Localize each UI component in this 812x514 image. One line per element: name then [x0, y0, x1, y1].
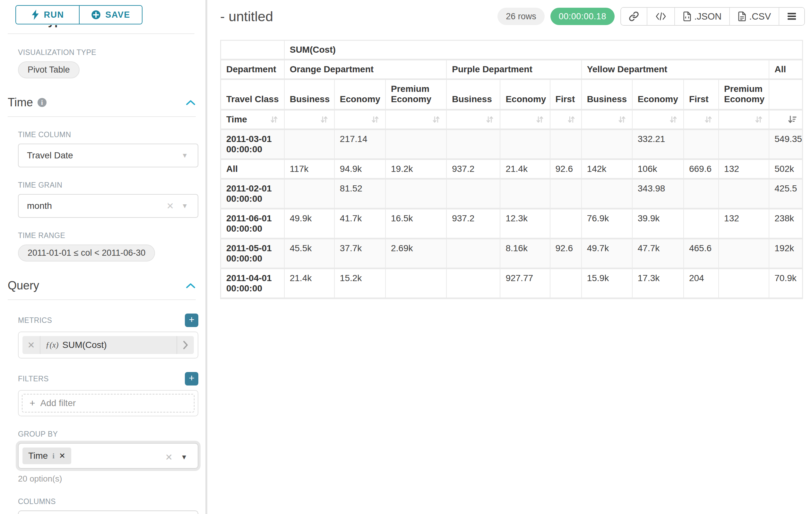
embed-code-button[interactable] — [647, 8, 674, 25]
group-by-select[interactable]: Timei✕ ✕ ▼ — [18, 443, 198, 469]
value-cell: 142k — [582, 159, 632, 179]
value-cell: 81.52 — [335, 179, 385, 209]
add-metric-button[interactable]: + — [185, 314, 198, 327]
time-grain-select[interactable]: month ✕ ▼ — [18, 194, 198, 218]
value-cell — [284, 130, 335, 159]
export-csv-button[interactable]: .CSV — [729, 8, 779, 25]
sort-header-cell — [446, 110, 500, 130]
sort-header-cell — [284, 110, 335, 130]
caret-down-icon: ▼ — [181, 202, 188, 210]
time-column-label: TIME COLUMN — [18, 130, 198, 139]
sort-desc-icon[interactable] — [787, 115, 797, 124]
value-cell — [684, 209, 719, 239]
columns-select[interactable]: Department✕Travel Class✕ ✕ ▼ — [18, 511, 198, 514]
sort-header-cell — [500, 110, 550, 130]
copy-link-button[interactable] — [621, 8, 647, 25]
value-cell — [684, 130, 719, 159]
sort-icon[interactable] — [754, 115, 763, 124]
function-icon: ƒ(x) — [46, 341, 58, 350]
sort-header-cell — [632, 110, 684, 130]
divider — [8, 299, 196, 300]
value-cell — [582, 179, 632, 209]
chevron-up-icon[interactable] — [185, 282, 196, 289]
add-filter-button[interactable]: + Add filter — [22, 394, 195, 412]
value-cell: 937.2 — [446, 209, 500, 239]
metric-chip[interactable]: ✕ ƒ(x) SUM(Cost) — [23, 336, 194, 354]
info-icon: i — [37, 98, 47, 107]
value-cell: 49.9k — [284, 209, 335, 239]
sort-icon[interactable] — [269, 115, 279, 124]
caret-down-icon[interactable]: ▼ — [181, 453, 187, 461]
row-label-cell: 2011-03-01 00:00:00 — [221, 130, 284, 159]
add-filter-plus-button[interactable]: + — [185, 372, 198, 385]
column-header: Premium Economy — [719, 79, 769, 110]
viz-type-chip[interactable]: Pivot Table — [18, 61, 80, 78]
value-cell — [385, 179, 446, 209]
table-row: 2011-06-01 00:00:0049.9k41.7k16.5k937.21… — [221, 209, 803, 239]
value-cell: 37.7k — [335, 239, 385, 269]
export-json-button[interactable]: .JSON — [674, 8, 729, 25]
time-grain-value: month — [27, 201, 52, 211]
chevron-right-icon[interactable] — [176, 336, 194, 354]
query-section-title: Query — [8, 279, 39, 292]
remove-metric-icon[interactable]: ✕ — [23, 336, 40, 354]
sort-icon[interactable] — [485, 115, 495, 124]
value-cell: 132 — [719, 159, 769, 179]
value-cell: 21.4k — [284, 269, 335, 298]
metric-name: SUM(Cost) — [62, 340, 107, 350]
sort-header-cell — [550, 110, 582, 130]
sort-icon[interactable] — [535, 115, 545, 124]
value-cell: 45.5k — [284, 239, 335, 269]
sort-icon[interactable] — [370, 115, 380, 124]
menu-button[interactable] — [779, 8, 804, 25]
filters-label: FILTERS — [18, 375, 49, 383]
clear-icon[interactable]: ✕ — [165, 452, 173, 463]
value-cell: 927.77 — [500, 269, 550, 298]
time-grain-field: TIME GRAIN month ✕ ▼ — [0, 181, 205, 218]
clear-icon[interactable]: ✕ — [167, 201, 174, 211]
run-button[interactable]: RUN — [16, 6, 79, 24]
chart-title[interactable]: - untitled — [220, 9, 273, 24]
sort-icon[interactable] — [703, 115, 713, 124]
value-cell: 49.7k — [582, 239, 632, 269]
value-cell — [446, 269, 500, 298]
header-actions: 26 rows 00:00:00.18 .JSON .CSV — [497, 7, 808, 26]
time-range-chip[interactable]: 2011-01-01 ≤ col < 2011-06-30 — [18, 244, 155, 262]
row-label-cell: All — [221, 159, 284, 179]
time-column-select[interactable]: Travel Date ▼ — [18, 143, 198, 167]
viz-type-label: VISUALIZATION TYPE — [18, 48, 198, 57]
dimension-chip[interactable]: Timei✕ — [23, 448, 71, 464]
sort-icon[interactable] — [617, 115, 627, 124]
column-header: Economy — [500, 79, 550, 110]
value-cell: 15.2k — [335, 269, 385, 298]
value-cell: 21.4k — [500, 159, 550, 179]
remove-chip-icon[interactable]: ✕ — [59, 451, 65, 460]
sort-icon[interactable] — [669, 115, 678, 124]
value-cell — [719, 179, 769, 209]
file-json-icon — [683, 11, 692, 22]
sort-icon[interactable] — [567, 115, 576, 124]
row-label-cell: 2011-04-01 00:00:00 — [221, 269, 284, 298]
value-cell — [684, 179, 719, 209]
sort-icon[interactable] — [319, 115, 329, 124]
run-label: RUN — [44, 10, 64, 20]
time-range-label: TIME RANGE — [18, 231, 198, 240]
column-header: Economy — [632, 79, 684, 110]
value-cell — [500, 130, 550, 159]
column-header: First — [684, 79, 719, 110]
value-cell: 16.5k — [385, 209, 446, 239]
save-label: SAVE — [105, 10, 130, 20]
save-button[interactable]: SAVE — [79, 6, 142, 24]
value-cell: 132 — [719, 209, 769, 239]
value-cell: 17.3k — [632, 269, 684, 298]
pivot-table-wrap: SUM(Cost)DepartmentOrange DepartmentPurp… — [220, 40, 808, 299]
value-cell: 502k — [769, 159, 802, 179]
time-column-field: TIME COLUMN Travel Date ▼ — [0, 130, 205, 167]
metrics-field: METRICS + ✕ ƒ(x) SUM(Cost) — [0, 314, 205, 358]
column-group-header: Yellow Department — [582, 60, 769, 79]
column-header — [769, 79, 802, 110]
toolbar-group: .JSON .CSV — [620, 7, 805, 26]
sort-icon[interactable] — [431, 115, 441, 124]
chevron-up-icon[interactable] — [185, 99, 196, 106]
time-heading-text: Time — [8, 96, 33, 109]
